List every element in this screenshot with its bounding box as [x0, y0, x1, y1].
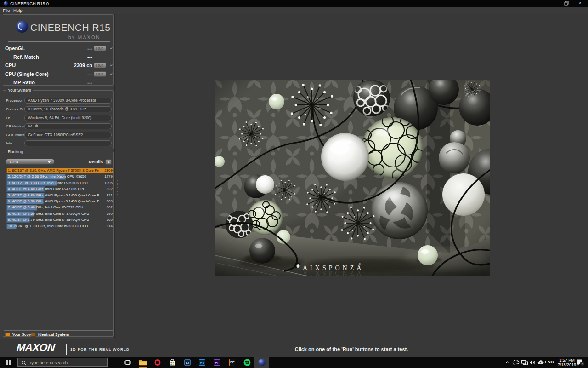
onedrive-icon[interactable] [512, 356, 520, 368]
arrow-right-icon [108, 161, 110, 164]
volume-icon[interactable] [529, 356, 536, 368]
ranking-row[interactable]: 4. 4C/8T @ 4.40 GHz, Intel Core i7-4770K… [6, 186, 113, 192]
info-field[interactable] [24, 140, 112, 146]
identical-system-swatch [31, 333, 36, 337]
bench-row-cpu-single: CPU (Single Core) --- Run ✓ [3, 71, 114, 77]
run-cpu-single-button[interactable]: Run [94, 71, 106, 77]
title-bar: CINEBENCH R15.0 × [0, 0, 588, 7]
search-icon [21, 360, 27, 366]
ranking-row[interactable]: 10. 2C/4T @ 1.70 GHz, Intel Core i5-3317… [6, 224, 113, 229]
microsoft-store-icon[interactable] [165, 356, 180, 368]
details-label: Details [89, 159, 103, 164]
maxon-logo: MAXON [16, 341, 56, 354]
ranking-box: Ranking CPU Details 1. 8C/16T @ 3.61 GHz… [3, 152, 114, 337]
photoshop-icon[interactable]: Ps [195, 356, 209, 368]
check-icon[interactable]: ✓ [108, 45, 115, 52]
spotify-icon[interactable] [240, 356, 254, 368]
premiere-icon[interactable]: Pr [209, 356, 224, 368]
separator [8, 41, 110, 42]
bench-row-opengl: OpenGL --- Run ✓ [3, 45, 114, 52]
chevron-down-icon [48, 161, 51, 163]
ranking-row[interactable]: 3. 6C/12T @ 3.30 GHz, Intel Core i7-3930… [6, 180, 113, 186]
opera-icon[interactable] [150, 356, 165, 368]
cinebench-taskbar-icon[interactable] [254, 356, 269, 368]
ranking-row[interactable]: 9. 4C/8T @ 2.79 GHz, Intel Core i7-3840Q… [6, 217, 113, 223]
separator [4, 330, 113, 331]
language-indicator[interactable]: ENG [545, 356, 555, 368]
render-preview-image: AIXSPONZA ® AIXSPONZA [215, 80, 490, 276]
bench-row-refmatch: Ref. Match --- [3, 54, 114, 60]
gfxboard-field[interactable]: GeForce GTX 1080/PCIe/SSE2 [24, 132, 112, 138]
check-icon[interactable]: ✓ [108, 71, 115, 77]
menu-help[interactable]: Help [13, 8, 23, 13]
cinebench-logo-subtitle: by MAXON [68, 35, 101, 40]
your-system-box: Your System ProcessorAMD Ryzen 7 3700X 8… [3, 90, 114, 149]
task-view-button[interactable] [120, 356, 135, 368]
cinebench-logo-title: CINEBENCH R15 [30, 22, 111, 33]
check-icon[interactable]: ✓ [108, 62, 115, 69]
svg-text:7: 7 [582, 362, 583, 365]
cinebench-logo-icon [16, 21, 28, 33]
menu-file[interactable]: File [3, 8, 10, 13]
benchmark-box: CINEBENCH R15 by MAXON OpenGL --- Run ✓ … [3, 14, 114, 86]
close-button[interactable]: × [574, 0, 586, 7]
ranking-row[interactable]: 1. 8C/16T @ 3.61 GHz, AMD Ryzen 7 3700X … [6, 168, 113, 173]
ranking-filter-dropdown[interactable]: CPU [5, 159, 55, 165]
tray-chevron-icon[interactable] [504, 356, 511, 368]
network-icon[interactable] [521, 356, 528, 368]
hint-text: Click on one of the 'Run' buttons to sta… [115, 346, 588, 352]
ranking-row[interactable]: 8. 4C/8T @ 2.60 GHz, Intel Core i7-3720Q… [6, 211, 113, 217]
lightroom-icon[interactable]: Lr [180, 356, 195, 368]
cbversion-field[interactable]: 64 Bit [24, 123, 112, 129]
fp-app-icon[interactable]: FP [225, 356, 239, 368]
divider [66, 344, 67, 355]
os-field[interactable]: Windows 8, 64 Bit, Core (build 9200) [24, 115, 112, 121]
restore-button[interactable] [560, 0, 572, 7]
ranking-row[interactable]: 2. 12C/24T @ 2.66 GHz, Intel Xeon CPU X5… [6, 174, 113, 179]
cores-field[interactable]: 8 Cores, 16 Threads @ 3.61 GHz [24, 106, 112, 112]
cloud-status-icon[interactable] [537, 356, 544, 368]
panel-resize-grip[interactable] [115, 178, 118, 196]
bench-row-mpratio: MP Ratio --- [3, 79, 114, 86]
notification-icon[interactable]: 7 [574, 356, 586, 368]
minimize-button[interactable] [545, 0, 557, 7]
taskbar-search-input[interactable]: Type here to search [17, 358, 108, 367]
run-opengl-button[interactable]: Run [94, 46, 106, 51]
ranking-row[interactable]: 7. 4C/8T @ 3.40 GHz, Intel Core i7-3770 … [6, 205, 113, 210]
window-title: CINEBENCH R15.0 [10, 1, 49, 6]
your-score-swatch [5, 333, 10, 337]
app-icon [4, 1, 8, 6]
windows-taskbar: Type here to search Lr Ps Pr FP [0, 356, 588, 368]
side-panel: CINEBENCH R15 by MAXON OpenGL --- Run ✓ … [0, 14, 115, 339]
file-explorer-icon[interactable] [136, 356, 150, 368]
run-cpu-button[interactable]: Run [94, 63, 106, 68]
menu-bar: File Help [0, 7, 588, 14]
ranking-row[interactable]: 6. 4C/8T @ 3.80 GHz, AMD Ryzen 5 1400 Qu… [6, 199, 113, 204]
bench-row-cpu: CPU 2309 cb Run ✓ [3, 62, 114, 69]
processor-field[interactable]: AMD Ryzen 7 3700X 8-Core Processor [24, 98, 112, 104]
start-button[interactable] [0, 356, 17, 368]
footer-bar: MAXON 3D FOR THE REAL WORLD Click on one… [0, 339, 588, 356]
details-button[interactable] [105, 159, 112, 165]
ranking-row[interactable]: 5. 4C/8T @ 3.80 GHz, AMD Ryzen 5 1400 Qu… [6, 193, 113, 198]
